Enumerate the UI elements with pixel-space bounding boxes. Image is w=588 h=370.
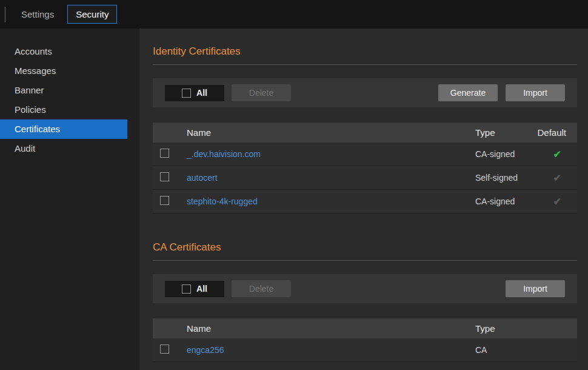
identity-select-all-button[interactable]: All bbox=[165, 85, 224, 101]
table-header-row: Name Type Default bbox=[153, 123, 577, 143]
identity-import-button[interactable]: Import bbox=[506, 84, 565, 101]
column-header-name: Name bbox=[187, 323, 475, 334]
topbar-left-divider bbox=[5, 7, 5, 22]
app-window: Settings Security Accounts Messages Bann… bbox=[0, 0, 588, 370]
column-header-type: Type bbox=[475, 323, 570, 334]
certificate-type: Self-signed bbox=[475, 173, 536, 183]
default-check-icon: ✔ bbox=[553, 149, 561, 160]
row-checkbox[interactable] bbox=[160, 196, 169, 205]
certificate-link[interactable]: stephito-4k-rugged bbox=[187, 197, 258, 206]
identity-toolbar: All Delete Generate Import bbox=[153, 78, 577, 107]
ca-select-all-checkbox[interactable] bbox=[182, 284, 191, 294]
identity-certificates-title: Identity Certificates bbox=[153, 45, 577, 58]
certificate-link[interactable]: _.dev.haivision.com bbox=[187, 149, 261, 159]
ca-certificates-title: CA Certificates bbox=[153, 241, 577, 254]
certificate-link[interactable]: engca256 bbox=[187, 345, 224, 355]
identity-delete-button[interactable]: Delete bbox=[232, 84, 291, 101]
section-divider bbox=[153, 64, 577, 65]
row-checkbox[interactable] bbox=[160, 172, 169, 181]
row-checkbox[interactable] bbox=[160, 345, 169, 354]
sidebar-item-accounts[interactable]: Accounts bbox=[0, 42, 127, 61]
ca-certificates-section: CA Certificates All Delete Import N bbox=[153, 241, 577, 362]
table-row: engca256 CA bbox=[153, 338, 577, 362]
sidebar-item-policies[interactable]: Policies bbox=[0, 100, 127, 119]
section-divider bbox=[153, 260, 577, 261]
ca-delete-button[interactable]: Delete bbox=[232, 280, 291, 297]
column-header-type: Type bbox=[475, 127, 536, 138]
identity-generate-button[interactable]: Generate bbox=[438, 84, 498, 101]
table-header-row: Name Type bbox=[153, 318, 577, 338]
table-row: autocert Self-signed ✔ bbox=[153, 166, 577, 190]
sidebar-item-audit[interactable]: Audit bbox=[0, 139, 127, 158]
default-check-icon: ✔ bbox=[553, 197, 561, 207]
default-check-icon: ✔ bbox=[553, 173, 561, 183]
ca-certificates-table: Name Type engca256 CA bbox=[153, 318, 577, 362]
table-row: _.dev.haivision.com CA-signed ✔ bbox=[153, 143, 577, 166]
ca-select-all-button[interactable]: All bbox=[165, 281, 224, 297]
sidebar: Accounts Messages Banner Policies Certif… bbox=[0, 29, 139, 370]
certificate-link[interactable]: autocert bbox=[187, 173, 218, 183]
topbar: Settings Security bbox=[0, 0, 588, 29]
main-content: Identity Certificates All Delete Generat… bbox=[139, 29, 588, 370]
certificate-type: CA-signed bbox=[475, 197, 536, 206]
identity-certificates-table: Name Type Default _.dev.haivision.com CA… bbox=[153, 123, 577, 214]
sidebar-item-certificates[interactable]: Certificates bbox=[0, 119, 127, 139]
ca-import-button[interactable]: Import bbox=[506, 280, 565, 297]
sidebar-item-messages[interactable]: Messages bbox=[0, 61, 127, 81]
select-all-label: All bbox=[196, 88, 207, 98]
tab-security[interactable]: Security bbox=[67, 5, 117, 24]
ca-toolbar: All Delete Import bbox=[153, 274, 577, 303]
column-header-default: Default bbox=[536, 127, 570, 138]
select-all-label: All bbox=[196, 284, 207, 294]
identity-select-all-checkbox[interactable] bbox=[182, 89, 191, 98]
certificate-type: CA bbox=[475, 345, 570, 355]
column-header-name: Name bbox=[187, 127, 475, 138]
tab-settings[interactable]: Settings bbox=[13, 5, 62, 24]
identity-certificates-section: Identity Certificates All Delete Generat… bbox=[153, 45, 577, 214]
certificate-type: CA-signed bbox=[475, 149, 536, 159]
sidebar-item-banner[interactable]: Banner bbox=[0, 81, 127, 100]
table-row: stephito-4k-rugged CA-signed ✔ bbox=[153, 190, 577, 214]
row-checkbox[interactable] bbox=[160, 149, 169, 158]
